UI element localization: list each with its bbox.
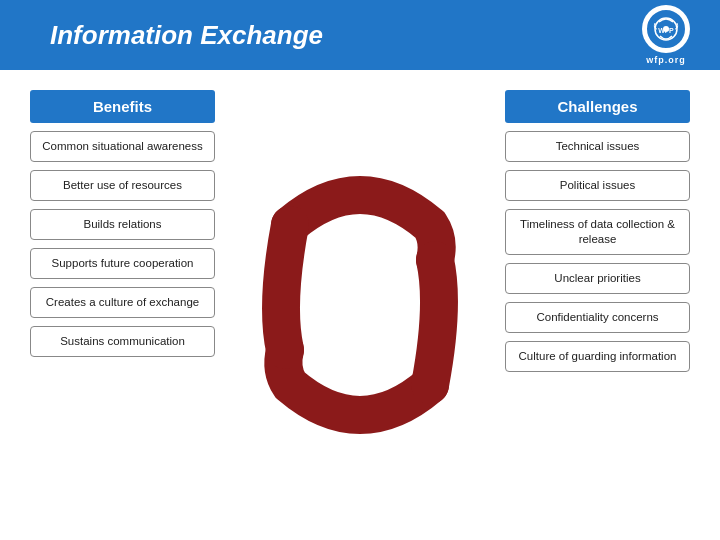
- svg-text:WFP: WFP: [658, 27, 674, 34]
- challenge-item-5: Confidentiality concerns: [505, 302, 690, 333]
- benefits-column: Benefits Common situational awareness Be…: [30, 90, 215, 520]
- benefit-item-2: Better use of resources: [30, 170, 215, 201]
- challenge-item-2: Political issues: [505, 170, 690, 201]
- center-arrows: [245, 135, 475, 475]
- wfp-logo-circle: WFP: [642, 5, 690, 53]
- challenge-item-1: Technical issues: [505, 131, 690, 162]
- challenge-item-6: Culture of guarding information: [505, 341, 690, 372]
- circular-arrows-icon: [250, 145, 470, 465]
- benefits-header: Benefits: [30, 90, 215, 123]
- wfp-logo: WFP wfp.org: [642, 5, 690, 65]
- wfp-url-text: wfp.org: [646, 55, 686, 65]
- benefit-item-3: Builds relations: [30, 209, 215, 240]
- challenge-item-4: Unclear priorities: [505, 263, 690, 294]
- challenges-column: Challenges Technical issues Political is…: [505, 90, 690, 520]
- main-content: Benefits Common situational awareness Be…: [0, 70, 720, 540]
- benefit-item-5: Creates a culture of exchange: [30, 287, 215, 318]
- benefit-item-1: Common situational awareness: [30, 131, 215, 162]
- page-title: Information Exchange: [50, 20, 323, 51]
- benefit-item-6: Sustains communication: [30, 326, 215, 357]
- wfp-logo-icon: WFP: [645, 8, 687, 50]
- page-header: Information Exchange WFP wfp.org: [0, 0, 720, 70]
- challenges-header: Challenges: [505, 90, 690, 123]
- benefit-item-4: Supports future cooperation: [30, 248, 215, 279]
- challenge-item-3: Timeliness of data collection & release: [505, 209, 690, 255]
